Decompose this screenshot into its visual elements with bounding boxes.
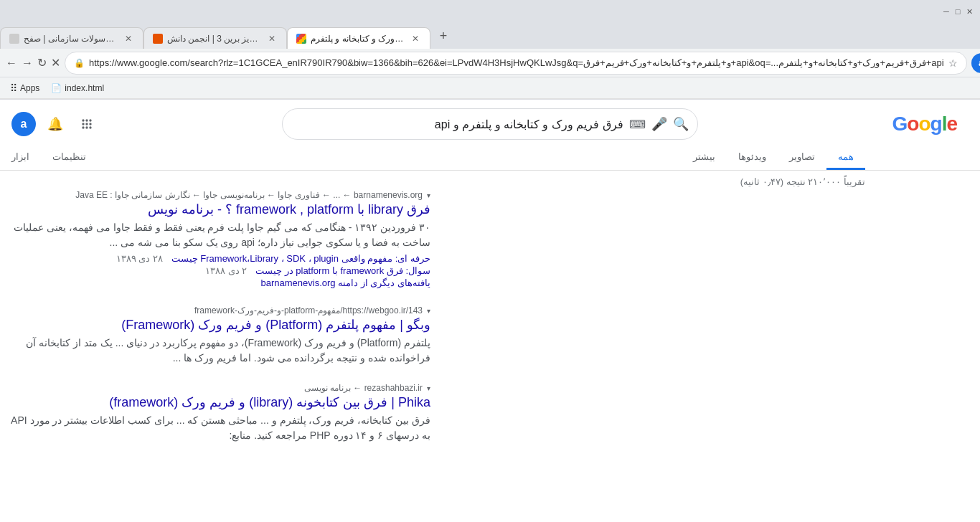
minimize-button[interactable]: ─	[941, 6, 951, 16]
search-submit-icon[interactable]: 🔍	[673, 116, 689, 132]
page-content: a 🔔 🔍 🎤 ⌨ فرق فریم ورک و کتابخانه و پلتف…	[0, 100, 980, 522]
search-box[interactable]: 🔍 🎤 ⌨ فرق فریم ورک و کتابخانه و پلتفرم و…	[282, 108, 698, 140]
result-2-url: https://webgoo.ir/143/مفهوم-platform-و-ف…	[194, 305, 423, 315]
tabs-bar: سامانه رهگیری مرسولات سازمانی | صفح ✕ فر…	[0, 23, 980, 49]
tab-all[interactable]: همه	[826, 146, 865, 170]
tab2-label: فرچی نو‌لته بریز برین 3 | انجمن دانش	[167, 34, 262, 44]
logo-o2: o	[918, 113, 930, 135]
address-bar[interactable]: 🔒 https://www.google.com/search?rlz=1C1G…	[65, 52, 967, 75]
back-button[interactable]: ←	[6, 53, 17, 73]
tab1-favicon	[9, 34, 19, 44]
tab-settings[interactable]: تنظیمات	[41, 146, 98, 170]
bookmark-apps[interactable]: ⠿ Apps	[6, 81, 44, 95]
result-1-url: barnamenevis.org ← ... ← فناوری جاوا ← ب…	[75, 190, 423, 200]
result-2-snippet: پلتفرم (Platform) و فریم ورک (Framework)…	[0, 336, 430, 366]
tab-samaneh[interactable]: سامانه رهگیری مرسولات سازمانی | صفح ✕	[0, 27, 143, 49]
file-label: index.html	[65, 83, 104, 93]
url-text: https://www.google.com/search?rlz=1C1GCE…	[89, 57, 944, 68]
google-header: a 🔔 🔍 🎤 ⌨ فرق فریم ورک و کتابخانه و پلتف…	[0, 100, 980, 143]
result-1-sublink-1-text[interactable]: حرفه ای: مفهوم واقعی Framework،Library ،…	[171, 253, 430, 264]
result-1-url-line: ▾ barnamenevis.org ← ... ← فناوری جاوا ←…	[0, 190, 430, 200]
result-2: ▾ https://webgoo.ir/143/مفهوم-platform-و…	[0, 305, 430, 366]
address-bar-row: ← → ↻ ✕ 🔒 https://www.google.com/search?…	[0, 49, 980, 77]
result-3-url-line: ▾ rezashahbazi.ir ← برنامه نویسی	[0, 383, 430, 393]
result-1-sublink-2-date: ۲ دی ۱۳۸۸	[205, 265, 247, 276]
logo-g1: G	[892, 113, 908, 135]
file-icon: 📄	[51, 83, 62, 93]
result-1-sublink-3-text[interactable]: یافته‌های دیگری از دامنه barnamenevis.or…	[260, 277, 430, 288]
tab2-close[interactable]: ✕	[266, 33, 278, 44]
result-2-title[interactable]: وبگو | مفهوم پلتفرم (Platform) و فریم ور…	[0, 317, 430, 333]
tab1-label: سامانه رهگیری مرسولات سازمانی | صفح	[24, 34, 118, 44]
results-info: تقریباً ۲۱۰٬۰۰۰ نتیجه (۰٫۴۷ ثانیه)	[0, 171, 980, 190]
logo-e: e	[946, 113, 957, 135]
tab2-favicon	[153, 34, 163, 44]
google-user-avatar[interactable]: a	[11, 112, 36, 136]
tab3-close[interactable]: ✕	[410, 33, 421, 44]
google-apps-button[interactable]	[75, 112, 99, 136]
keyboard-input-icon[interactable]: ⌨	[629, 118, 646, 131]
notifications-button[interactable]: 🔔	[43, 112, 67, 136]
bookmark-star-icon[interactable]: ☆	[948, 57, 958, 69]
tab-more[interactable]: بیشتر	[682, 146, 727, 170]
result-1-sublink-1[interactable]: حرفه ای: مفهوم واقعی Framework،Library ،…	[0, 253, 430, 264]
logo-g2: g	[930, 113, 942, 135]
result-1-sublink-2[interactable]: سوال: فرق framework با platform در چیست …	[0, 265, 430, 276]
profile-avatar[interactable]: a	[971, 53, 980, 73]
apps-grid-icon: ⠿	[10, 82, 17, 94]
search-tabs: همه تصاویر ویدئوها بیشتر تنظیمات ابزار	[0, 143, 980, 171]
bookmark-file[interactable]: 📄 index.html	[47, 82, 108, 95]
tab-tools[interactable]: ابزار	[0, 146, 41, 170]
window-controls[interactable]: ─ □ ✕	[941, 6, 974, 16]
tab-google-search[interactable]: فرق فریم ورک و کتابخانه و پلتفرم - api ✕	[287, 27, 430, 49]
result-1: ▾ barnamenevis.org ← ... ← فناوری جاوا ←…	[0, 190, 430, 288]
result-2-url-line: ▾ https://webgoo.ir/143/مفهوم-platform-و…	[0, 305, 430, 315]
tab1-close[interactable]: ✕	[123, 33, 134, 44]
result-1-sublinks: حرفه ای: مفهوم واقعی Framework،Library ،…	[0, 253, 430, 288]
google-header-left: a 🔔	[11, 112, 99, 136]
lock-icon: 🔒	[74, 58, 85, 68]
tab3-favicon	[296, 34, 306, 44]
title-bar: ─ □ ✕	[0, 0, 980, 23]
search-query-text: فرق فریم ورک و کتابخانه و پلتفرم و api	[291, 118, 623, 131]
address-bar-actions: a ⋮	[971, 53, 980, 73]
result-1-sublink-3[interactable]: یافته‌های دیگری از دامنه barnamenevis.or…	[0, 277, 430, 288]
result-3-dropdown[interactable]: ▾	[427, 384, 430, 392]
result-3-snippet: فرق بین کتابخانه، فریم ورک، پلتفرم و ...…	[0, 413, 430, 443]
result-1-dropdown[interactable]: ▾	[427, 191, 430, 199]
result-1-sublink-2-text[interactable]: سوال: فرق framework با platform در چیست	[255, 265, 430, 276]
result-1-sublink-1-date: ۲۸ دی ۱۳۸۹	[116, 253, 163, 264]
new-tab-button[interactable]: +	[433, 26, 453, 46]
result-3-title[interactable]: Phika | فرق بین کتابخونه (library) و فری…	[0, 394, 430, 410]
refresh-button[interactable]: ↻	[37, 53, 47, 73]
result-1-date-snippet: ۳۰ فروردین ۱۳۹۲ - هنگامی که می گیم جاوا …	[0, 220, 430, 250]
search-bar-area: 🔍 🎤 ⌨ فرق فریم ورک و کتابخانه و پلتفرم و…	[99, 108, 881, 140]
google-logo: Google	[881, 113, 957, 136]
result-2-dropdown[interactable]: ▾	[427, 307, 430, 315]
bookmarks-bar: ⠿ Apps 📄 index.html	[0, 77, 980, 99]
logo-o1: o	[907, 113, 918, 135]
results-container: ▾ barnamenevis.org ← ... ← فناوری جاوا ←…	[0, 190, 646, 443]
close-page-button[interactable]: ✕	[51, 53, 60, 73]
tab-anjoman[interactable]: فرچی نو‌لته بریز برین 3 | انجمن دانش ✕	[143, 27, 287, 49]
apps-label: Apps	[20, 83, 39, 93]
maximize-button[interactable]: □	[953, 6, 963, 16]
result-3: ▾ rezashahbazi.ir ← برنامه نویسی Phika |…	[0, 383, 430, 443]
forward-button[interactable]: →	[22, 53, 33, 73]
close-button[interactable]: ✕	[964, 6, 974, 16]
tab3-label: فرق فریم ورک و کتابخانه و پلتفرم - api	[311, 34, 405, 44]
result-1-title[interactable]: فرق library با framework , platform ؟ - …	[0, 201, 430, 217]
result-3-url: rezashahbazi.ir ← برنامه نویسی	[304, 383, 423, 393]
tab-videos[interactable]: ویدئوها	[727, 146, 778, 170]
tab-images[interactable]: تصاویر	[778, 146, 826, 170]
mic-search-icon[interactable]: 🎤	[651, 116, 667, 132]
